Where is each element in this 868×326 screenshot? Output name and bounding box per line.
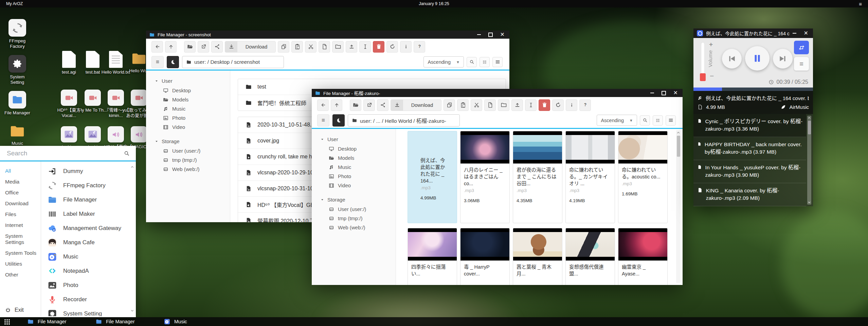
sidebar-section-user[interactable]: User [312,134,396,144]
playlist-button[interactable]: ≡ [794,57,809,71]
open-folder-button[interactable] [350,99,361,111]
refresh-button[interactable] [552,99,564,111]
taskbar-item-music[interactable]: Music [164,319,232,325]
cut-button[interactable] [305,41,317,53]
trash-button[interactable] [373,41,384,53]
exit-button[interactable]: Exit [5,307,24,313]
list-view-button[interactable] [492,57,503,67]
info-button[interactable] [400,41,412,53]
window1-titlebar[interactable]: File Manager - screenshot ✕ [146,31,509,39]
grid-view-button[interactable] [653,115,663,126]
external-link-button[interactable] [363,99,375,111]
volume-up-label[interactable]: + [709,41,713,48]
category-system-settings[interactable]: System Settings [0,231,41,248]
trash-button[interactable] [539,99,550,111]
grid-file-card[interactable]: 例えば、今此処に置かれた花に _ 164... .mp3 4.99MB [408,131,457,223]
category-office[interactable]: Office [0,187,41,198]
sidebar-item-models[interactable]: Models [146,95,230,104]
grid-view-button[interactable] [480,57,490,67]
sort-order-select[interactable]: Ascending▼ [423,56,464,68]
app-launcher-icon[interactable] [4,319,10,325]
sidebar-item-user-user-[interactable]: User (user:/) [312,205,396,214]
scrollbar[interactable] [807,116,811,205]
search-icon[interactable] [124,150,130,156]
volume-slider[interactable] [701,42,705,78]
app-item-notepada[interactable]: NotepadA [41,264,136,278]
new-file-button[interactable] [484,99,496,111]
up-button[interactable] [331,99,342,111]
share-button[interactable] [377,99,388,111]
maximize-button[interactable] [662,91,666,95]
window2-titlebar[interactable]: File Manager - 柘榴-zakuro- ✕ [312,89,683,97]
desktop-icon-music[interactable]: Music [3,123,32,146]
new-file-button[interactable] [319,41,330,53]
copy-button[interactable] [444,99,455,111]
external-link-button[interactable] [198,41,209,53]
grid-file-card[interactable]: 茜と葉桜 _ 青木月... [513,228,562,285]
search-button[interactable] [467,57,477,67]
app-item-label-maker[interactable]: Label Maker [41,207,136,221]
category-utilities[interactable]: Utilities [0,258,41,269]
scrollbar-thumb[interactable] [808,121,811,134]
help-button[interactable]: ? [414,41,425,53]
sidebar-item-music[interactable]: Music [146,104,230,113]
sidebar-item-tmp-tmp-[interactable]: tmp (tmp:/) [146,155,230,165]
search-button[interactable] [640,115,650,126]
info-button[interactable] [566,99,577,111]
scrollbar-thumb[interactable] [677,136,680,157]
scroll-up-icon[interactable] [676,131,681,135]
app-item-recorder[interactable]: Recorder [41,292,136,307]
close-button[interactable]: ✕ [673,90,678,96]
upload-button[interactable] [511,99,523,111]
sidebar-section-storage[interactable]: Storage [312,195,396,205]
close-button[interactable]: ✕ [804,31,808,36]
sidebar-toggle-button[interactable]: ≡ [317,114,329,127]
category-files[interactable]: Files [0,209,41,220]
paste-button[interactable] [457,99,469,111]
sidebar-item-desktop[interactable]: Desktop [312,144,396,153]
grid-file-card[interactable]: 八月のレイニー _ はるまきごはん co... .mp3 3.06MB [460,131,510,223]
sidebar-item-photo[interactable]: Photo [146,113,230,122]
category-all[interactable]: All [0,166,41,176]
back-button[interactable] [151,41,163,53]
sidebar-item-tmp-tmp-[interactable]: tmp (tmp:/) [312,214,396,223]
grid-file-card[interactable]: 幽霊東京 _ Ayase... [618,228,668,285]
category-internet[interactable]: Internet [0,220,41,231]
sidebar-item-desktop[interactable]: Desktop [146,86,230,95]
grid-file-card[interactable]: 四季折々に揺蕩い... [408,228,457,285]
new-folder-button[interactable] [332,41,344,53]
desktop-icon-file-manager[interactable]: File Manager [3,91,32,116]
progress-bar[interactable] [693,88,813,91]
taskbar-item-file-manager[interactable]: File Manager [96,319,164,325]
scroll-up-icon[interactable] [130,165,134,169]
sidebar-item-web-web-[interactable]: Web (web:/) [146,165,230,174]
dark-mode-button[interactable] [332,114,345,127]
category-other[interactable]: Other [0,269,41,280]
category-system-tools[interactable]: System Tools [0,248,41,258]
app-item-file-manager[interactable]: File Manager [41,193,136,207]
app-item-system-setting[interactable]: System Setting [41,307,136,316]
volume-slider-handle[interactable] [700,73,706,81]
scroll-down-icon[interactable] [130,309,134,313]
dark-mode-button[interactable] [167,56,179,68]
sidebar-item-video[interactable]: Video [146,122,230,132]
sidebar-item-photo[interactable]: Photo [312,172,396,181]
maximize-button[interactable] [488,33,493,37]
app-item-dummy[interactable]: Dummy [41,164,136,178]
grid-file-card[interactable]: 君が夜の海に還るまで _ こんにちは谷田... .mp3 4.35MB [513,131,562,223]
sidebar-item-music[interactable]: Music [312,162,396,172]
sidebar-section-user[interactable]: User [146,76,230,86]
playlist-item[interactable]: Cynic _ ポリスピカデリー cover. by 柘榴-zakuro-.mp… [693,114,806,137]
next-track-button[interactable] [773,49,793,69]
grid-file-card[interactable]: 毒 _ HarryP cover... [460,228,510,285]
sidebar-item-web-web-[interactable]: Web (web:/) [312,223,396,232]
cut-button[interactable] [471,99,482,111]
topbar-hamburger-icon[interactable]: ≡ [859,1,862,6]
scroll-down-icon[interactable] [808,201,811,204]
topbar-title[interactable]: My ArOZ [6,1,23,6]
grid-file-card[interactable]: 命に嫌われている。_ カンザキイオリ ... .mp3 4.19MB [565,131,615,223]
sidebar-toggle-button[interactable]: ≡ [151,56,164,68]
rename-button[interactable] [525,99,537,111]
sidebar-section-storage[interactable]: Storage [146,136,230,146]
repeat-button[interactable] [794,41,809,54]
